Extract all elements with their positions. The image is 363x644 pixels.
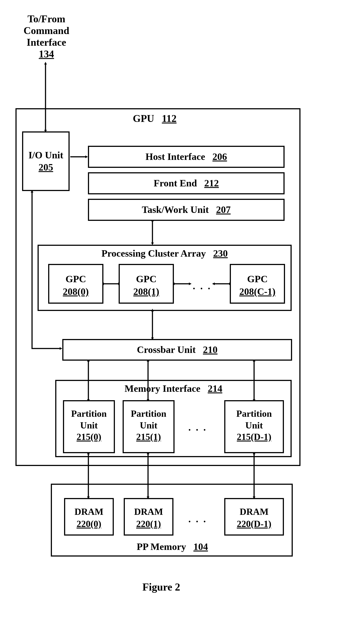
gpc-1-box: GPC 208(1) [119,264,174,304]
ext-line3: Interface [27,37,66,48]
crossbar-box: Crossbar Unit 210 [62,339,292,361]
io-unit-label: I/O Unit [29,149,63,161]
gpc-last-label: GPC [247,273,268,285]
diagram-canvas: To/From Command Interface 134 GPU 112 I/… [0,0,363,644]
gpc-last-ref: 208(C-1) [239,285,275,298]
pp-memory-ref: 104 [193,541,208,552]
io-unit-box: I/O Unit 205 [22,132,70,191]
ext-ref: 134 [39,48,54,60]
task-work-unit-label: Task/Work Unit [142,200,209,220]
partition-ellipsis: . . . [183,422,212,433]
dram-1-ref: 220(1) [136,518,161,530]
dram-0-box: DRAM 220(0) [64,498,114,536]
mem-if-ref: 214 [208,383,222,394]
partition-0-l2: Unit [80,420,98,431]
front-end-ref: 212 [204,173,219,193]
partition-0-l1: Partition [71,408,107,420]
dram-last-ref: 220(D-1) [237,518,271,530]
gpc-ellipsis: . . . [192,280,212,292]
gpc-0-label: GPC [66,273,86,285]
gpu-title: GPU 112 [124,113,186,124]
gpc-1-label: GPC [136,273,157,285]
partition-last-l1: Partition [236,408,272,420]
pp-memory-title: PP Memory 104 [124,541,221,552]
gpu-title-text: GPU [133,113,154,124]
dram-0-ref: 220(0) [77,518,101,530]
dram-last-label: DRAM [240,506,269,518]
partition-last-ref: 215(D-1) [237,431,271,443]
dram-1-label: DRAM [134,506,163,518]
dram-1-box: DRAM 220(1) [124,498,173,536]
host-interface-box: Host Interface 206 [88,146,284,168]
partition-1-l2: Unit [140,420,157,431]
partition-1-l1: Partition [131,408,166,420]
partition-last-box: Partition Unit 215(D-1) [224,400,284,453]
partition-1-ref: 215(1) [136,431,161,443]
task-work-unit-ref: 207 [216,200,231,220]
host-interface-label: Host Interface [145,147,205,167]
pp-memory-title-text: PP Memory [137,541,186,552]
host-interface-ref: 206 [213,147,227,167]
dram-ellipsis: . . . [183,514,212,525]
pca-ref: 230 [213,248,228,259]
gpc-1-ref: 208(1) [133,285,159,298]
dram-0-label: DRAM [75,506,103,518]
gpc-last-box: GPC 208(C-1) [230,264,285,304]
pca-title: Processing Cluster Array 230 [77,248,252,259]
gpc-0-ref: 208(0) [63,285,89,298]
memory-interface-title: Memory Interface 214 [97,383,250,394]
partition-1-box: Partition Unit 215(1) [123,400,175,453]
crossbar-ref: 210 [203,340,218,360]
ext-line2: Command [24,25,69,37]
dram-last-box: DRAM 220(D-1) [224,498,284,536]
front-end-box: Front End 212 [88,172,284,194]
io-unit-ref: 205 [39,161,53,173]
gpc-0-box: GPC 208(0) [48,264,103,304]
partition-0-box: Partition Unit 215(0) [63,400,115,453]
mem-if-title-text: Memory Interface [125,383,200,394]
gpu-ref: 112 [162,113,177,124]
figure-caption: Figure 2 [128,581,194,593]
ext-line1: To/From [28,13,65,25]
partition-last-l2: Unit [245,420,263,431]
partition-0-ref: 215(0) [77,431,101,443]
pca-title-text: Processing Cluster Array [101,248,206,259]
front-end-label: Front End [154,173,197,193]
task-work-unit-box: Task/Work Unit 207 [88,199,284,221]
external-interface-label: To/From Command Interface 134 [13,13,80,60]
crossbar-label: Crossbar Unit [137,340,196,360]
